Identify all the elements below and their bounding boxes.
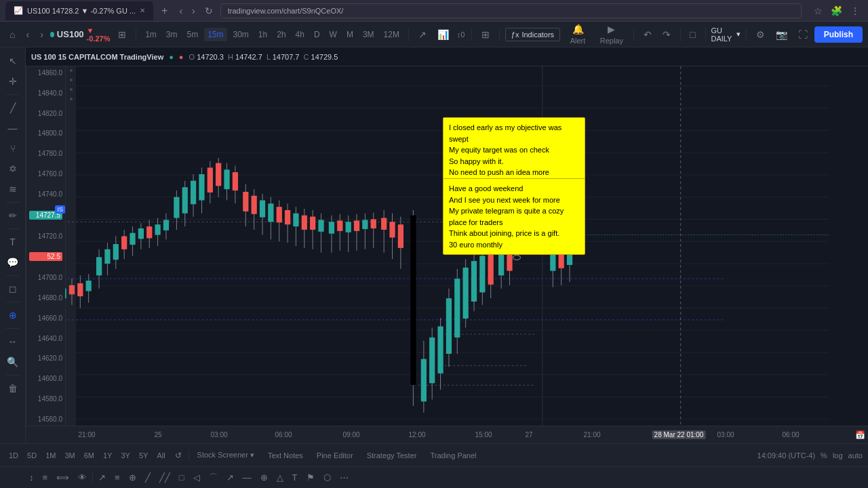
draw-cross[interactable]: ⊕ xyxy=(125,470,140,485)
bookmark-icon[interactable]: ☆ xyxy=(811,5,825,16)
brush-tool[interactable]: ✏ xyxy=(3,206,22,225)
indicators-button[interactable]: ƒx Indicators xyxy=(505,28,560,41)
browser-tab[interactable]: 📈 US100 14728.2 ▼ -0.27% GU ... ✕ xyxy=(5,1,153,20)
workspace-dropdown[interactable]: GU DAILY ▾ xyxy=(711,26,740,43)
tf-1d[interactable]: 1D xyxy=(5,450,22,461)
draw-cursor[interactable]: ↕ xyxy=(26,470,37,485)
replay-button[interactable]: ▶ Replay xyxy=(595,22,628,47)
tf-all[interactable]: All xyxy=(153,450,168,461)
redo-button[interactable]: ↷ xyxy=(658,27,675,42)
tab-trading-panel[interactable]: Trading Panel xyxy=(425,449,481,462)
forward-button[interactable]: › xyxy=(189,4,199,18)
draw-note[interactable]: ⬡ xyxy=(320,470,334,485)
tf-2h[interactable]: 2h xyxy=(273,28,289,41)
draw-point[interactable]: ⊕ xyxy=(257,470,271,485)
tf-15m[interactable]: 15m xyxy=(204,28,226,41)
tf-D[interactable]: D xyxy=(311,28,323,41)
draw-lock[interactable]: ⟺ xyxy=(53,470,73,485)
arrow-icon[interactable]: ↗ xyxy=(414,27,431,42)
draw-channel[interactable]: ╱╱ xyxy=(156,470,174,485)
auto-label[interactable]: auto xyxy=(848,451,863,460)
zoom-tool[interactable]: 🔍 xyxy=(3,352,22,371)
tab-pine-editor[interactable]: Pine Editor xyxy=(311,449,359,462)
cursor-tool[interactable]: ↖ xyxy=(3,52,22,70)
tf-5d[interactable]: 5D xyxy=(24,450,40,461)
rectangle-tool[interactable]: □ xyxy=(686,27,699,42)
sep8 xyxy=(746,28,747,41)
delete-tool[interactable]: 🗑 xyxy=(3,379,22,398)
tf-W[interactable]: W xyxy=(326,28,340,41)
tf-12M[interactable]: 12M xyxy=(380,28,403,41)
draw-line[interactable]: ╱ xyxy=(142,470,154,485)
tf-5y[interactable]: 5Y xyxy=(136,450,151,461)
draw-arrow[interactable]: ↗ xyxy=(95,470,109,485)
measure-tool[interactable]: ↔ xyxy=(3,332,22,351)
tf-30m[interactable]: 30m xyxy=(230,28,252,41)
draw-ray[interactable]: ↗ xyxy=(223,470,237,485)
screenshot-button[interactable]: 📷 xyxy=(772,27,791,42)
extensions-icon[interactable]: 🧩 xyxy=(828,5,845,16)
tf-5m[interactable]: 5m xyxy=(184,28,202,41)
publish-button[interactable]: Publish xyxy=(814,26,863,43)
text-tool[interactable]: T xyxy=(3,232,22,251)
settings-button[interactable]: ⚙ xyxy=(752,27,769,42)
tf-1m-period[interactable]: 1M xyxy=(42,450,59,461)
tab-stock-screener[interactable]: Stock Screener ▾ xyxy=(192,448,260,462)
tf-3m-period[interactable]: 3M xyxy=(61,450,78,461)
draw-triangle[interactable]: △ xyxy=(273,470,287,485)
undo-button[interactable]: ↶ xyxy=(639,27,656,42)
tv-back-button[interactable]: ‹ xyxy=(22,27,33,42)
tf-1m[interactable]: 1m xyxy=(142,28,160,41)
shapes-tool[interactable]: ◻ xyxy=(3,279,22,298)
tf-4h[interactable]: 4h xyxy=(292,28,308,41)
calendar-icon[interactable]: 📅 xyxy=(855,430,865,440)
tv-forward-button[interactable]: › xyxy=(36,27,47,42)
pitchfork-tool[interactable]: ⑂ xyxy=(3,139,22,158)
trendline-tool[interactable]: ╱ xyxy=(3,98,22,117)
fullscreen-button[interactable]: ⛶ xyxy=(794,27,812,42)
crosshair-tool[interactable]: ✛ xyxy=(3,72,22,91)
chart-type-icon[interactable]: 📊 xyxy=(433,27,453,42)
draw-curve[interactable]: ⌒ xyxy=(205,470,221,486)
fib-tool[interactable]: ≋ xyxy=(3,180,22,199)
menu-icon[interactable]: ⋮ xyxy=(848,5,863,16)
tab-close-icon[interactable]: ✕ xyxy=(140,7,145,14)
draw-hide-all[interactable]: 👁 xyxy=(75,470,90,485)
draw-flag[interactable]: ⚑ xyxy=(303,470,318,485)
watchlist-button[interactable]: ⊞ xyxy=(114,27,130,42)
log-label[interactable]: log xyxy=(833,451,843,460)
gann-tool[interactable]: ✡ xyxy=(3,159,22,178)
draw-magnet[interactable]: ≡ xyxy=(39,470,52,485)
draw-arc[interactable]: ◁ xyxy=(190,470,203,485)
tab-strategy-tester[interactable]: Strategy Tester xyxy=(361,449,422,462)
reload-button[interactable]: ↻ xyxy=(201,4,216,18)
draw-dash[interactable]: — xyxy=(239,470,255,485)
tf-6m-period[interactable]: 6M xyxy=(81,450,98,461)
draw-more[interactable]: ⋯ xyxy=(336,470,352,485)
draw-text-draw[interactable]: T xyxy=(289,470,301,485)
tf-1h[interactable]: 1h xyxy=(255,28,271,41)
active-tool[interactable]: ⊕ xyxy=(3,306,22,325)
new-tab-button[interactable]: + xyxy=(157,5,172,17)
tf-3M[interactable]: 3M xyxy=(359,28,378,41)
tf-3y[interactable]: 3Y xyxy=(117,450,133,461)
callout-tool[interactable]: 💬 xyxy=(3,253,22,272)
tf-M[interactable]: M xyxy=(343,28,357,41)
tab-text-notes[interactable]: Text Notes xyxy=(262,449,309,462)
draw-horizontal[interactable]: ≡ xyxy=(111,470,123,485)
chart-svg-container[interactable]: I closed early as my objective was swept… xyxy=(26,66,829,426)
tv-home-button[interactable]: ⌂ xyxy=(5,27,19,42)
compare-icon[interactable]: ⊞ xyxy=(477,27,494,42)
symbol-dot xyxy=(50,32,54,37)
chart-area[interactable]: US 100 15 CAPITALCOM TradingView ● ● O 1… xyxy=(26,47,868,443)
svg-rect-95 xyxy=(346,222,351,232)
symbol-name[interactable]: US100 xyxy=(57,29,84,39)
tf-1y[interactable]: 1Y xyxy=(100,450,115,461)
horizontal-line-tool[interactable]: — xyxy=(3,119,22,138)
back-button[interactable]: ‹ xyxy=(176,4,186,18)
alert-button[interactable]: 🔔 Alert xyxy=(563,22,593,47)
draw-rect[interactable]: □ xyxy=(176,470,188,485)
tf-3m[interactable]: 3m xyxy=(163,28,181,41)
reset-zoom[interactable]: ↺ xyxy=(171,449,186,462)
address-bar[interactable]: tradingview.com/chart/S9nQCeOX/ xyxy=(220,3,802,18)
